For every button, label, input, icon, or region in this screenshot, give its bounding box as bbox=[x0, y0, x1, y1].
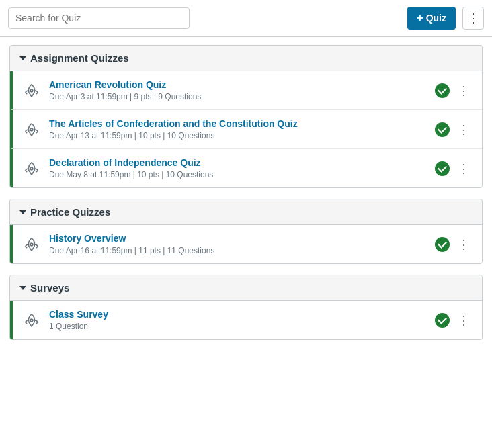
quiz-title[interactable]: Declaration of Independence Quiz bbox=[49, 157, 427, 168]
item-kebab-button[interactable]: ⋮ bbox=[455, 83, 473, 98]
section-practice-quizzes: Practice Quizzes History OverviewDue Apr… bbox=[9, 199, 483, 264]
quiz-list-practice-quizzes: History OverviewDue Apr 16 at 11:59pm | … bbox=[10, 224, 482, 263]
quiz-info: American Revolution QuizDue Apr 3 at 11:… bbox=[49, 79, 427, 101]
quiz-title[interactable]: History Overview bbox=[49, 233, 427, 244]
published-check-icon bbox=[435, 313, 450, 328]
top-bar: + Quiz ⋮ bbox=[0, 0, 492, 37]
section-header-practice-quizzes[interactable]: Practice Quizzes bbox=[10, 199, 482, 224]
quiz-item: The Articles of Confederation and the Co… bbox=[10, 110, 482, 149]
published-check-icon bbox=[435, 122, 450, 137]
chevron-down-icon bbox=[19, 210, 26, 214]
kebab-icon: ⋮ bbox=[467, 11, 479, 26]
content: Assignment Quizzes American Revolution Q… bbox=[0, 37, 492, 348]
quiz-info: The Articles of Confederation and the Co… bbox=[49, 118, 427, 140]
section-header-surveys[interactable]: Surveys bbox=[10, 275, 482, 300]
section-title: Surveys bbox=[30, 282, 69, 294]
quiz-rocket-icon bbox=[22, 159, 41, 178]
quiz-info: History OverviewDue Apr 16 at 11:59pm | … bbox=[49, 233, 427, 255]
quiz-meta: Due May 8 at 11:59pm | 10 pts | 10 Quest… bbox=[49, 170, 427, 179]
top-kebab-button[interactable]: ⋮ bbox=[462, 7, 484, 30]
quiz-actions: ⋮ bbox=[435, 161, 473, 176]
quiz-info: Declaration of Independence QuizDue May … bbox=[49, 157, 427, 179]
quiz-rocket-icon bbox=[22, 120, 41, 139]
quiz-rocket-icon bbox=[22, 311, 41, 330]
published-check-icon bbox=[435, 161, 450, 176]
quiz-title[interactable]: Class Survey bbox=[49, 309, 427, 320]
quiz-actions: ⋮ bbox=[435, 122, 473, 137]
quiz-meta: 1 Question bbox=[49, 322, 427, 331]
quiz-list-surveys: Class Survey1 Question⋮ bbox=[10, 300, 482, 339]
add-quiz-button[interactable]: + Quiz bbox=[407, 7, 456, 30]
item-kebab-button[interactable]: ⋮ bbox=[455, 161, 473, 176]
quiz-meta: Due Apr 3 at 11:59pm | 9 pts | 9 Questio… bbox=[49, 92, 427, 101]
quiz-actions: ⋮ bbox=[435, 237, 473, 252]
item-kebab-button[interactable]: ⋮ bbox=[455, 237, 473, 252]
svg-point-1 bbox=[30, 128, 33, 131]
section-title: Assignment Quizzes bbox=[30, 52, 129, 64]
quiz-rocket-icon bbox=[22, 81, 41, 100]
plus-icon: + bbox=[417, 12, 423, 24]
svg-point-3 bbox=[30, 243, 33, 246]
quiz-meta: Due Apr 13 at 11:59pm | 10 pts | 10 Ques… bbox=[49, 131, 427, 140]
add-quiz-label: Quiz bbox=[426, 13, 446, 24]
item-kebab-button[interactable]: ⋮ bbox=[455, 122, 473, 137]
quiz-list-assignment-quizzes: American Revolution QuizDue Apr 3 at 11:… bbox=[10, 71, 482, 187]
quiz-meta: Due Apr 16 at 11:59pm | 11 pts | 11 Ques… bbox=[49, 246, 427, 255]
quiz-title[interactable]: The Articles of Confederation and the Co… bbox=[49, 118, 427, 129]
chevron-down-icon bbox=[19, 56, 26, 60]
published-check-icon bbox=[435, 83, 450, 98]
quiz-item: American Revolution QuizDue Apr 3 at 11:… bbox=[10, 71, 482, 110]
section-surveys: Surveys Class Survey1 Question⋮ bbox=[9, 275, 483, 340]
published-check-icon bbox=[435, 237, 450, 252]
quiz-rocket-icon bbox=[22, 235, 41, 254]
chevron-down-icon bbox=[19, 286, 26, 290]
quiz-item: Class Survey1 Question⋮ bbox=[10, 301, 482, 339]
svg-point-0 bbox=[30, 89, 33, 92]
section-header-assignment-quizzes[interactable]: Assignment Quizzes bbox=[10, 46, 482, 71]
quiz-actions: ⋮ bbox=[435, 313, 473, 328]
svg-point-4 bbox=[30, 319, 33, 322]
quiz-actions: ⋮ bbox=[435, 83, 473, 98]
quiz-item: Declaration of Independence QuizDue May … bbox=[10, 149, 482, 187]
quiz-info: Class Survey1 Question bbox=[49, 309, 427, 331]
quiz-item: History OverviewDue Apr 16 at 11:59pm | … bbox=[10, 225, 482, 263]
svg-point-2 bbox=[30, 167, 33, 170]
section-title: Practice Quizzes bbox=[30, 206, 110, 218]
quiz-title[interactable]: American Revolution Quiz bbox=[49, 79, 427, 90]
search-input[interactable] bbox=[8, 7, 190, 29]
section-assignment-quizzes: Assignment Quizzes American Revolution Q… bbox=[9, 45, 483, 188]
item-kebab-button[interactable]: ⋮ bbox=[455, 313, 473, 328]
